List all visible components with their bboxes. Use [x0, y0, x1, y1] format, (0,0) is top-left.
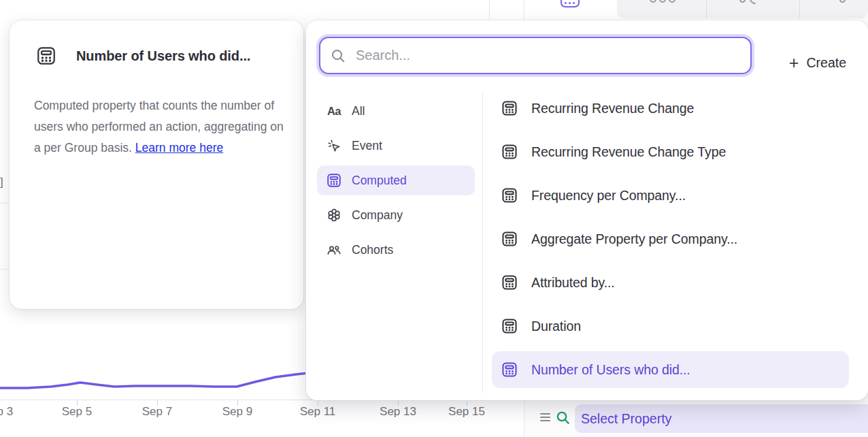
chart-type-tabstrip — [524, 0, 868, 18]
select-property-field[interactable]: Select Property — [575, 404, 868, 433]
circle-arc-icon — [739, 0, 746, 3]
property-option-label: Recurring Revenue Change — [531, 101, 694, 116]
content-divider — [489, 0, 490, 19]
green-search-icon — [555, 410, 571, 426]
x-axis-tick-label: Sep 11 — [300, 405, 336, 419]
property-option-label: Duration — [531, 319, 581, 334]
tab-chart-2[interactable] — [617, 0, 701, 18]
property-option-label: Attributed by... — [531, 275, 615, 291]
x-axis-tick-label: Sep 9 — [222, 405, 252, 419]
property-option-label: Aggregate Property per Company... — [531, 231, 737, 247]
calculator-icon — [500, 361, 518, 379]
category-computed[interactable]: Computed — [317, 165, 475, 195]
x-axis-tick-label: Sep 3 — [0, 405, 13, 419]
app-root: Sep 3Sep 5Sep 7Sep 9Sep 11Sep 13Sep 15 ]… — [0, 0, 868, 437]
category-cohorts[interactable]: Cohorts — [317, 235, 475, 265]
x-axis-tick-label: Sep 13 — [380, 405, 416, 419]
search-input[interactable] — [354, 47, 741, 64]
category-all[interactable]: AaAll — [317, 96, 475, 126]
calculator-icon — [500, 99, 518, 118]
property-select-dropdown: + Create AaAllEventComputedCompanyCohort… — [306, 20, 868, 400]
three-circles-icon — [650, 0, 656, 3]
plus-icon: + — [789, 54, 799, 71]
panel-divider — [482, 92, 483, 393]
property-option-label: Number of Users who did... — [531, 362, 690, 378]
company-icon — [326, 207, 342, 223]
create-button[interactable]: + Create — [789, 49, 846, 76]
tab-chart-active[interactable] — [524, 0, 617, 18]
calculator-icon — [500, 230, 518, 248]
covered-ui-line — [0, 269, 10, 270]
category-label: All — [352, 104, 365, 118]
calculator-icon — [326, 172, 342, 189]
learn-more-link[interactable]: Learn more here — [135, 141, 223, 155]
property-option[interactable]: Number of Users who did... — [492, 351, 849, 388]
x-axis-tick-label: Sep 15 — [448, 405, 485, 419]
calculator-icon — [35, 45, 57, 67]
property-option[interactable]: Recurring Revenue Change Type — [492, 133, 849, 170]
tooltip-header: Number of Users who did... — [35, 45, 250, 67]
property-option-label: Frequency per Company... — [531, 188, 686, 204]
category-label: Company — [352, 208, 403, 223]
category-company[interactable]: Company — [317, 200, 475, 230]
tooltip-description: Computed property that counts the number… — [34, 95, 284, 159]
select-property-label: Select Property — [575, 411, 671, 427]
property-option[interactable]: Recurring Revenue Change — [492, 90, 849, 127]
create-button-label: Create — [806, 55, 846, 71]
event-cursor-icon — [326, 137, 342, 154]
tab-chart-3[interactable] — [707, 0, 790, 18]
three-circles-icon — [659, 0, 666, 3]
search-box[interactable] — [319, 37, 752, 74]
search-icon — [330, 48, 346, 64]
calculator-icon — [500, 317, 518, 336]
circle-arc-icon — [748, 0, 763, 6]
category-list: AaAllEventComputedCompanyCohorts — [317, 96, 475, 270]
category-label: Cohorts — [352, 243, 393, 257]
covered-ui-line — [0, 203, 10, 204]
cohorts-icon — [326, 242, 342, 258]
property-option[interactable]: Frequency per Company... — [492, 177, 849, 214]
tab-group — [617, 0, 868, 18]
property-list: Recurring Revenue ChangeRecurring Revenu… — [492, 90, 849, 395]
property-option[interactable]: Attributed by... — [492, 264, 849, 301]
property-option-label: Recurring Revenue Change Type — [531, 144, 726, 160]
x-axis-tick-label: Sep 7 — [142, 405, 172, 419]
property-option[interactable]: Aggregate Property per Company... — [492, 221, 849, 257]
tooltip-title: Number of Users who did... — [76, 48, 250, 64]
category-label: Event — [352, 139, 382, 153]
covered-ui-fragment: ] — [0, 176, 8, 189]
calculator-icon — [500, 187, 518, 205]
tab-chart-4[interactable] — [800, 0, 868, 18]
rounded-square-dots-icon — [561, 0, 580, 7]
calculator-icon — [500, 274, 518, 292]
aa-text-icon: Aa — [326, 103, 342, 119]
calculator-icon — [500, 143, 518, 161]
single-circle-icon — [839, 0, 846, 3]
three-circles-icon — [669, 0, 675, 3]
category-event[interactable]: Event — [317, 131, 475, 161]
x-axis-tick-label: Sep 5 — [62, 405, 92, 419]
property-option[interactable]: Duration — [492, 308, 849, 344]
drag-handle-icon[interactable] — [540, 413, 552, 424]
property-tooltip-card: Number of Users who did... Computed prop… — [10, 20, 303, 309]
category-label: Computed — [352, 174, 407, 188]
